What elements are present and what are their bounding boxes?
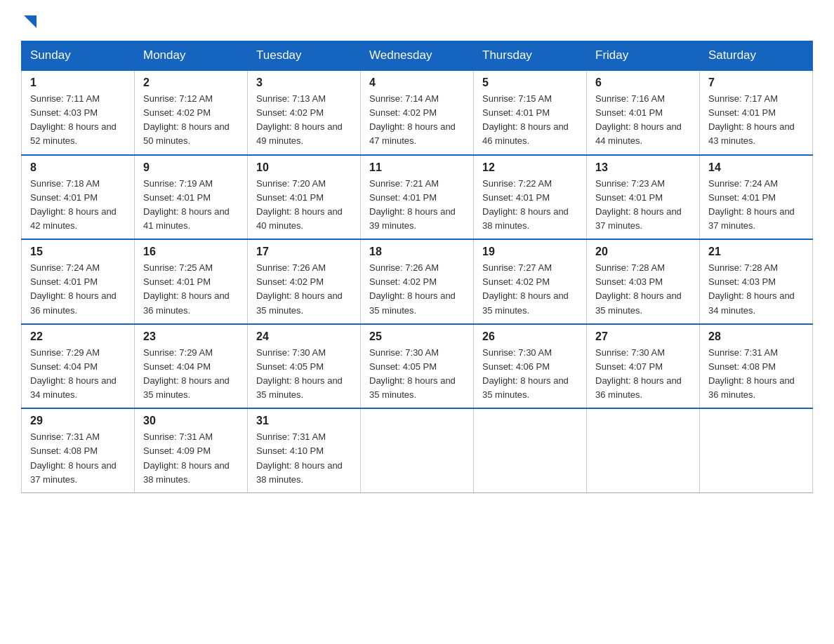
logo-text	[21, 14, 37, 28]
calendar-day-cell	[587, 408, 700, 492]
calendar-day-cell: 25Sunrise: 7:30 AMSunset: 4:05 PMDayligh…	[361, 324, 474, 409]
day-info: Sunrise: 7:28 AMSunset: 4:03 PMDaylight:…	[708, 261, 804, 318]
calendar-week-row: 15Sunrise: 7:24 AMSunset: 4:01 PMDayligh…	[22, 239, 813, 324]
calendar-day-cell: 26Sunrise: 7:30 AMSunset: 4:06 PMDayligh…	[474, 324, 587, 409]
calendar-day-cell: 15Sunrise: 7:24 AMSunset: 4:01 PMDayligh…	[22, 239, 135, 324]
day-number: 14	[708, 161, 804, 174]
day-number: 29	[30, 415, 126, 427]
day-info: Sunrise: 7:17 AMSunset: 4:01 PMDaylight:…	[708, 92, 804, 149]
calendar-day-cell: 24Sunrise: 7:30 AMSunset: 4:05 PMDayligh…	[248, 324, 361, 409]
day-info: Sunrise: 7:25 AMSunset: 4:01 PMDaylight:…	[143, 261, 239, 318]
day-number: 26	[482, 330, 578, 343]
day-number: 4	[369, 76, 465, 89]
calendar-day-cell: 11Sunrise: 7:21 AMSunset: 4:01 PMDayligh…	[361, 155, 474, 240]
calendar-week-row: 1Sunrise: 7:11 AMSunset: 4:03 PMDaylight…	[22, 70, 813, 155]
calendar-day-cell: 4Sunrise: 7:14 AMSunset: 4:02 PMDaylight…	[361, 70, 474, 155]
day-info: Sunrise: 7:30 AMSunset: 4:06 PMDaylight:…	[482, 346, 578, 403]
day-number: 22	[30, 330, 126, 343]
day-number: 31	[256, 415, 352, 427]
day-info: Sunrise: 7:11 AMSunset: 4:03 PMDaylight:…	[30, 92, 126, 149]
calendar-day-cell: 3Sunrise: 7:13 AMSunset: 4:02 PMDaylight…	[248, 70, 361, 155]
calendar-week-row: 29Sunrise: 7:31 AMSunset: 4:08 PMDayligh…	[22, 408, 813, 492]
day-number: 30	[143, 415, 239, 427]
day-number: 2	[143, 76, 239, 89]
day-info: Sunrise: 7:27 AMSunset: 4:02 PMDaylight:…	[482, 261, 578, 318]
day-number: 25	[369, 330, 465, 343]
day-info: Sunrise: 7:31 AMSunset: 4:08 PMDaylight:…	[708, 346, 804, 403]
day-number: 19	[482, 246, 578, 258]
day-info: Sunrise: 7:31 AMSunset: 4:10 PMDaylight:…	[256, 430, 352, 487]
calendar-day-cell: 16Sunrise: 7:25 AMSunset: 4:01 PMDayligh…	[135, 239, 248, 324]
day-number: 27	[595, 330, 691, 343]
day-info: Sunrise: 7:26 AMSunset: 4:02 PMDaylight:…	[369, 261, 465, 318]
calendar-week-row: 22Sunrise: 7:29 AMSunset: 4:04 PMDayligh…	[22, 324, 813, 409]
logo	[21, 14, 37, 27]
day-number: 21	[708, 246, 804, 258]
calendar-day-cell: 23Sunrise: 7:29 AMSunset: 4:04 PMDayligh…	[135, 324, 248, 409]
calendar-day-cell: 31Sunrise: 7:31 AMSunset: 4:10 PMDayligh…	[248, 408, 361, 492]
day-number: 15	[30, 246, 126, 258]
day-info: Sunrise: 7:29 AMSunset: 4:04 PMDaylight:…	[143, 346, 239, 403]
calendar-day-cell: 30Sunrise: 7:31 AMSunset: 4:09 PMDayligh…	[135, 408, 248, 492]
day-info: Sunrise: 7:14 AMSunset: 4:02 PMDaylight:…	[369, 92, 465, 149]
day-number: 10	[256, 161, 352, 174]
calendar-day-cell: 17Sunrise: 7:26 AMSunset: 4:02 PMDayligh…	[248, 239, 361, 324]
day-number: 20	[595, 246, 691, 258]
day-info: Sunrise: 7:26 AMSunset: 4:02 PMDaylight:…	[256, 261, 352, 318]
calendar-day-cell	[700, 408, 813, 492]
day-info: Sunrise: 7:28 AMSunset: 4:03 PMDaylight:…	[595, 261, 691, 318]
day-number: 9	[143, 161, 239, 174]
calendar-header-row: SundayMondayTuesdayWednesdayThursdayFrid…	[22, 41, 813, 71]
day-of-week-header: Wednesday	[361, 41, 474, 71]
day-of-week-header: Friday	[587, 41, 700, 71]
calendar-day-cell: 18Sunrise: 7:26 AMSunset: 4:02 PMDayligh…	[361, 239, 474, 324]
day-info: Sunrise: 7:30 AMSunset: 4:05 PMDaylight:…	[369, 346, 465, 403]
calendar-day-cell: 6Sunrise: 7:16 AMSunset: 4:01 PMDaylight…	[587, 70, 700, 155]
calendar-table: SundayMondayTuesdayWednesdayThursdayFrid…	[21, 41, 813, 493]
day-of-week-header: Sunday	[22, 41, 135, 71]
day-info: Sunrise: 7:24 AMSunset: 4:01 PMDaylight:…	[30, 261, 126, 318]
svg-marker-0	[24, 15, 37, 28]
day-number: 24	[256, 330, 352, 343]
day-number: 11	[369, 161, 465, 174]
day-of-week-header: Saturday	[700, 41, 813, 71]
day-info: Sunrise: 7:15 AMSunset: 4:01 PMDaylight:…	[482, 92, 578, 149]
day-info: Sunrise: 7:31 AMSunset: 4:08 PMDaylight:…	[30, 430, 126, 487]
calendar-day-cell: 28Sunrise: 7:31 AMSunset: 4:08 PMDayligh…	[700, 324, 813, 409]
day-of-week-header: Monday	[135, 41, 248, 71]
day-info: Sunrise: 7:12 AMSunset: 4:02 PMDaylight:…	[143, 92, 239, 149]
calendar-day-cell: 19Sunrise: 7:27 AMSunset: 4:02 PMDayligh…	[474, 239, 587, 324]
calendar-day-cell: 14Sunrise: 7:24 AMSunset: 4:01 PMDayligh…	[700, 155, 813, 240]
day-number: 3	[256, 76, 352, 89]
calendar-day-cell: 7Sunrise: 7:17 AMSunset: 4:01 PMDaylight…	[700, 70, 813, 155]
day-number: 13	[595, 161, 691, 174]
calendar-day-cell: 10Sunrise: 7:20 AMSunset: 4:01 PMDayligh…	[248, 155, 361, 240]
day-info: Sunrise: 7:21 AMSunset: 4:01 PMDaylight:…	[369, 177, 465, 234]
day-number: 6	[595, 76, 691, 89]
day-info: Sunrise: 7:24 AMSunset: 4:01 PMDaylight:…	[708, 177, 804, 234]
day-info: Sunrise: 7:23 AMSunset: 4:01 PMDaylight:…	[595, 177, 691, 234]
day-info: Sunrise: 7:20 AMSunset: 4:01 PMDaylight:…	[256, 177, 352, 234]
calendar-day-cell: 5Sunrise: 7:15 AMSunset: 4:01 PMDaylight…	[474, 70, 587, 155]
day-info: Sunrise: 7:30 AMSunset: 4:07 PMDaylight:…	[595, 346, 691, 403]
day-number: 1	[30, 76, 126, 89]
page-header	[21, 14, 813, 27]
calendar-day-cell: 12Sunrise: 7:22 AMSunset: 4:01 PMDayligh…	[474, 155, 587, 240]
day-number: 7	[708, 76, 804, 89]
day-number: 16	[143, 246, 239, 258]
day-info: Sunrise: 7:18 AMSunset: 4:01 PMDaylight:…	[30, 177, 126, 234]
day-info: Sunrise: 7:22 AMSunset: 4:01 PMDaylight:…	[482, 177, 578, 234]
calendar-day-cell: 21Sunrise: 7:28 AMSunset: 4:03 PMDayligh…	[700, 239, 813, 324]
day-info: Sunrise: 7:13 AMSunset: 4:02 PMDaylight:…	[256, 92, 352, 149]
calendar-day-cell	[361, 408, 474, 492]
day-of-week-header: Thursday	[474, 41, 587, 71]
day-number: 28	[708, 330, 804, 343]
calendar-day-cell: 27Sunrise: 7:30 AMSunset: 4:07 PMDayligh…	[587, 324, 700, 409]
day-number: 8	[30, 161, 126, 174]
calendar-day-cell: 1Sunrise: 7:11 AMSunset: 4:03 PMDaylight…	[22, 70, 135, 155]
calendar-day-cell: 22Sunrise: 7:29 AMSunset: 4:04 PMDayligh…	[22, 324, 135, 409]
calendar-day-cell: 13Sunrise: 7:23 AMSunset: 4:01 PMDayligh…	[587, 155, 700, 240]
day-number: 17	[256, 246, 352, 258]
day-info: Sunrise: 7:30 AMSunset: 4:05 PMDaylight:…	[256, 346, 352, 403]
calendar-week-row: 8Sunrise: 7:18 AMSunset: 4:01 PMDaylight…	[22, 155, 813, 240]
